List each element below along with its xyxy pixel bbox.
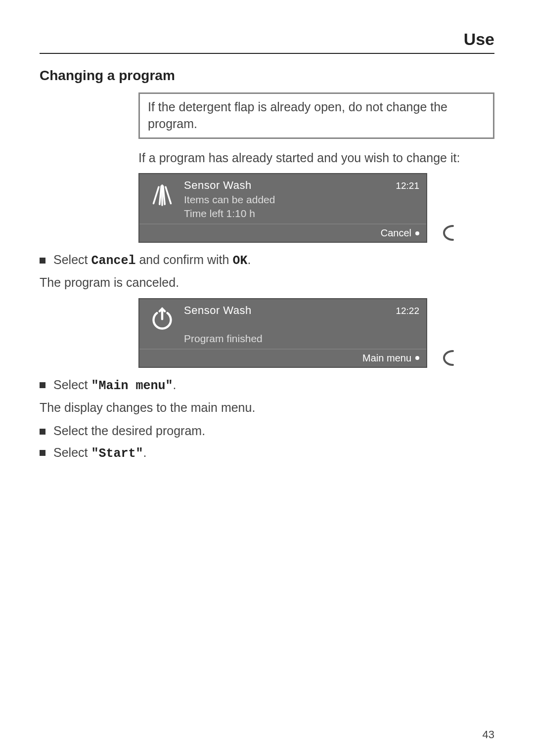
text-fragment: Select (53, 253, 91, 267)
svg-line-3 (166, 187, 171, 204)
display-screenshot-2: Sensor Wash 12:22 Program finished Main … (138, 298, 494, 368)
display-screenshot-1: Sensor Wash 12:21 Items can be added Tim… (138, 173, 494, 243)
svg-line-2 (163, 186, 165, 205)
svg-line-1 (160, 186, 162, 205)
page-number: 43 (483, 728, 494, 741)
screen1-line2: Time left 1:10 h (184, 208, 419, 220)
soft-key-icon (434, 350, 454, 366)
text-fragment: and confirm with (135, 253, 232, 267)
bullet-icon (415, 356, 419, 360)
step-select-start: Select "Start". (40, 445, 494, 462)
screen1-line1: Items can be added (184, 194, 419, 206)
text-fragment: . (247, 253, 251, 267)
intro-text: If a program has already started and you… (138, 150, 494, 167)
label-cancel: Cancel (91, 254, 135, 268)
power-icon (146, 304, 178, 336)
step-select-program: Select the desired program. (40, 423, 494, 440)
text-fragment: Select (53, 445, 91, 459)
screen2-action-label[interactable]: Main menu (362, 353, 411, 364)
spacer (184, 319, 419, 331)
spray-icon (146, 179, 178, 211)
screen1-clock: 12:21 (396, 180, 419, 191)
screen1-action-label[interactable]: Cancel (381, 227, 411, 239)
text-fragment: . (173, 378, 176, 392)
display-changes-text: The display changes to the main menu. (40, 400, 494, 416)
page-header-title: Use (464, 30, 494, 48)
bullet-icon (415, 231, 419, 235)
soft-key-icon (434, 225, 454, 241)
label-start: "Start" (91, 446, 143, 461)
screen2-title: Sensor Wash (184, 304, 252, 317)
label-ok: OK (232, 254, 247, 268)
cancelled-text: The program is canceled. (40, 274, 494, 291)
step-select-main-menu: Select "Main menu". (40, 377, 494, 395)
svg-line-0 (154, 187, 159, 204)
screen2-line2: Program finished (184, 333, 419, 345)
text-fragment: . (143, 445, 146, 459)
screen2-clock: 12:22 (396, 306, 419, 316)
screen1-title: Sensor Wash (184, 179, 252, 192)
warning-callout: If the detergent flap is already open, d… (138, 92, 494, 139)
text-fragment: Select (53, 378, 91, 392)
label-main-menu: "Main menu" (91, 379, 173, 393)
step-select-cancel: Select Cancel and confirm with OK. (40, 252, 494, 269)
section-heading: Changing a program (40, 68, 494, 84)
